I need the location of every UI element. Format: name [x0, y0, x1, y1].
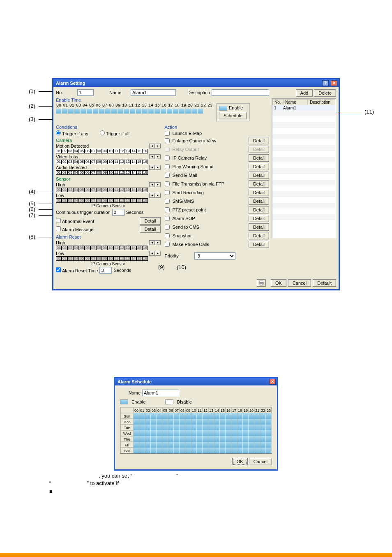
- send-email-checkbox[interactable]: [165, 173, 170, 178]
- motion-arrows[interactable]: ◂▸: [149, 144, 161, 149]
- reset-high-cells[interactable]: 01020304050607080910111213141516: [56, 246, 161, 250]
- ipcamrelay-detail-button[interactable]: Detail: [249, 154, 269, 162]
- list-row[interactable]: 1 Alarm1: [272, 105, 335, 111]
- cancel-button[interactable]: Cancel: [288, 279, 311, 287]
- schedule-title: Alarm Schedule: [118, 379, 152, 384]
- ip-camera-sensor-1[interactable]: IP Camera Sensor: [56, 204, 161, 208]
- phone-detail-button[interactable]: Detail: [249, 241, 269, 248]
- cms-detail-button[interactable]: Detail: [249, 223, 269, 231]
- motion-cells[interactable]: 01020304050607080910111213141516: [56, 149, 161, 153]
- sms-mms-label: SMS/MMS: [173, 199, 194, 204]
- videoloss-cells[interactable]: 01020304050607080910111213141516: [56, 160, 161, 164]
- no-input[interactable]: [77, 89, 94, 96]
- alarm-reset-title: Alarm Reset: [56, 234, 161, 239]
- seconds-label-2: Seconds: [113, 268, 131, 273]
- file-ftp-label: File Transmission via FTP: [173, 181, 225, 186]
- name-label: Name: [109, 90, 129, 95]
- close-icon[interactable]: ✕: [331, 80, 337, 86]
- launch-emap-checkbox[interactable]: [165, 131, 170, 136]
- ptz-preset-checkbox[interactable]: [165, 207, 170, 212]
- snapshot-checkbox[interactable]: [165, 233, 170, 238]
- default-button[interactable]: Default: [313, 279, 336, 287]
- callout-3: (3): [29, 116, 35, 122]
- alarm-list[interactable]: No. Name Description 1 Alarm1: [272, 98, 336, 238]
- ipcam-relay-checkbox[interactable]: [165, 155, 170, 160]
- reset-low-cells[interactable]: 01020304050607080910111213141516: [56, 256, 161, 261]
- list-head-no: No.: [272, 99, 283, 105]
- schedule-grid[interactable]: 0001020304050607080910111213141516171819…: [120, 407, 272, 454]
- sched-ok-button[interactable]: OK: [232, 458, 248, 465]
- reset-high-arrows[interactable]: ◂▸: [149, 240, 161, 245]
- delete-button[interactable]: Delete: [314, 89, 336, 97]
- audio-arrows[interactable]: ◂▸: [149, 165, 161, 170]
- sensor-high-arrows[interactable]: ◂▸: [149, 182, 161, 187]
- description-label: Description: [187, 90, 210, 95]
- svg-rect-0: [260, 281, 263, 283]
- printer-icon: [258, 280, 264, 286]
- alarm-message-checkbox[interactable]: Alarm Message: [56, 226, 93, 232]
- name-input[interactable]: [131, 89, 176, 96]
- ptz-detail-button[interactable]: Detail: [249, 206, 269, 214]
- ptz-preset-label: PTZ preset point: [173, 207, 206, 212]
- alarm-reset-input[interactable]: [99, 267, 112, 274]
- ok-button[interactable]: OK: [271, 279, 286, 287]
- sensor-group: Sensor: [56, 176, 161, 181]
- record-detail-button[interactable]: Detail: [249, 189, 269, 196]
- camera-group: Camera: [56, 138, 161, 143]
- sms-mms-checkbox[interactable]: [165, 199, 170, 204]
- continuous-input[interactable]: [112, 209, 125, 216]
- trigger-all-radio[interactable]: Trigger if all: [100, 130, 129, 136]
- enable-time-bar[interactable]: [56, 109, 213, 114]
- send-cms-checkbox[interactable]: [165, 225, 170, 230]
- help-icon[interactable]: ?: [322, 80, 329, 86]
- sensor-low-arrows[interactable]: ◂▸: [149, 193, 161, 198]
- sched-name-label: Name: [120, 390, 141, 395]
- enlarge-detail-button[interactable]: Detail: [249, 137, 269, 144]
- videoloss-arrows[interactable]: ◂▸: [149, 154, 161, 159]
- enlarge-camera-checkbox[interactable]: [165, 138, 170, 143]
- sensor-low-cells[interactable]: 01020304050607080910111213141516: [56, 198, 161, 203]
- abnormal-event-checkbox[interactable]: Abnormal Event: [56, 218, 94, 224]
- sched-disable-swatch: [165, 399, 173, 404]
- no-label: No.: [56, 90, 76, 95]
- callout-10: (10): [177, 264, 186, 270]
- svg-rect-2: [260, 284, 263, 285]
- snapshot-label: Snapshot: [173, 233, 191, 238]
- relay-detail-button: Detail: [249, 146, 269, 153]
- sched-cancel-button[interactable]: Cancel: [249, 458, 272, 465]
- sensor-high-cells[interactable]: 01020304050607080910111213141516: [56, 188, 161, 192]
- start-recording-checkbox[interactable]: [165, 190, 170, 195]
- audio-cells[interactable]: 01020304050607080910111213141516: [56, 170, 161, 175]
- add-button[interactable]: Add: [296, 89, 313, 97]
- priority-select[interactable]: 3: [194, 252, 235, 260]
- abnormal-detail-button[interactable]: Detail: [140, 217, 160, 225]
- sensor-low-label: Low: [56, 193, 64, 198]
- alarm-reset-time-checkbox[interactable]: Alarm Reset Time: [56, 267, 98, 273]
- print-icon[interactable]: [257, 279, 266, 287]
- file-ftp-checkbox[interactable]: [165, 181, 170, 186]
- sched-name-input[interactable]: [142, 390, 179, 396]
- play-warning-checkbox[interactable]: [165, 164, 170, 169]
- alarmmsg-detail-button[interactable]: Detail: [140, 225, 160, 233]
- callout-11: (11): [364, 109, 374, 115]
- window-title: Alarm Setting: [56, 81, 85, 86]
- alarm-sop-checkbox[interactable]: [165, 216, 170, 221]
- snapshot-detail-button[interactable]: Detail: [249, 232, 269, 239]
- audio-detected-label: Audio Detected: [56, 165, 87, 170]
- sop-detail-button[interactable]: Detail: [249, 215, 269, 222]
- email-detail-button[interactable]: Detail: [249, 172, 269, 179]
- schedule-close-icon[interactable]: ✕: [269, 379, 276, 385]
- continuous-label: Continuous trigger duration: [56, 210, 111, 215]
- callout-1: (1): [29, 88, 35, 94]
- trigger-any-radio[interactable]: Trigger if any: [56, 130, 88, 136]
- ip-camera-sensor-2[interactable]: IP Camera Sensor: [56, 262, 161, 266]
- sms-detail-button[interactable]: Detail: [249, 197, 269, 205]
- playwarn-detail-button[interactable]: Detail: [249, 163, 269, 170]
- ftp-detail-button[interactable]: Detail: [249, 180, 269, 188]
- phone-calls-checkbox[interactable]: [165, 242, 170, 247]
- reset-low-arrows[interactable]: ◂▸: [149, 251, 161, 256]
- description-input[interactable]: [212, 89, 269, 96]
- schedule-button[interactable]: Schedule: [219, 112, 247, 119]
- phone-calls-label: Make Phone Calls: [173, 242, 209, 247]
- callout-6: (6): [29, 206, 35, 212]
